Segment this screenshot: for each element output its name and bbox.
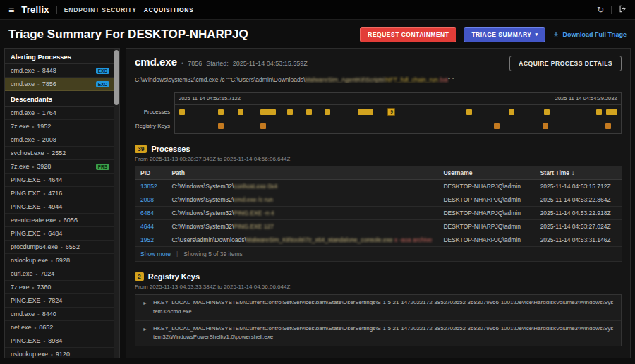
process-pid: 8440 bbox=[42, 310, 56, 317]
alerting-process-item[interactable]: cmd.exe • 8448 EXC bbox=[5, 64, 115, 78]
logout-icon[interactable] bbox=[619, 5, 627, 14]
descendant-process-item[interactable]: cmd.exe • 2008 bbox=[5, 133, 115, 147]
acquire-process-details-button[interactable]: ACQUIRE PROCESS DETAILS bbox=[509, 56, 622, 71]
descendant-process-item[interactable]: cmd.exe • 1764 bbox=[5, 107, 115, 120]
timeline-marker[interactable] bbox=[260, 123, 266, 129]
expand-arrow-icon[interactable]: ► bbox=[143, 298, 147, 317]
process-name: net.exe bbox=[11, 324, 32, 331]
triage-detail-panel: cmd.exe • 7856 Started: 2025-11-14 04:53… bbox=[126, 48, 631, 358]
hamburger-menu-icon[interactable]: ≡ bbox=[8, 4, 14, 16]
process-table-row[interactable]: 4644 C:\Windows\System32\PING.EXE 127 DE… bbox=[135, 220, 622, 233]
sort-desc-icon[interactable]: ↓ bbox=[572, 170, 574, 176]
dot-separator: • bbox=[44, 231, 46, 237]
process-table-row[interactable]: 6484 C:\Windows\System32\PING.EXE -n 4 D… bbox=[135, 207, 622, 220]
triage-summary-dropdown[interactable]: TRIAGE SUMMARY ▾ bbox=[464, 27, 545, 42]
timeline-marker[interactable] bbox=[218, 109, 224, 115]
process-table-row[interactable]: 2008 C:\Windows\System32\cmd.exe /c run … bbox=[135, 193, 622, 207]
descendant-process-item[interactable]: PING.EXE • 4944 bbox=[5, 200, 115, 214]
path-prefix: C:\Windows\System32\ bbox=[171, 183, 234, 190]
timeline-marker[interactable] bbox=[218, 123, 224, 129]
timeline-marker[interactable] bbox=[287, 109, 293, 115]
descendant-process-item[interactable]: PING.EXE • 4644 bbox=[5, 174, 115, 187]
timeline-marker[interactable] bbox=[325, 109, 330, 115]
descendant-process-item[interactable]: PING.EXE • 6484 bbox=[5, 227, 115, 241]
dot-separator: • bbox=[44, 204, 46, 210]
download-label: Download Full Triage bbox=[562, 31, 627, 38]
column-header-path[interactable]: Path bbox=[166, 166, 437, 180]
pid-link[interactable]: 2008 bbox=[140, 196, 154, 203]
process-command-line: C:\Windows\system32\cmd.exe /c ""C:\User… bbox=[135, 76, 622, 83]
started-timestamp: 2025-11-14 04:53:15.559Z bbox=[233, 60, 308, 67]
timeline-marker[interactable] bbox=[509, 109, 514, 115]
timeline-start-time: 2025-11-14 04:53:15.712Z bbox=[179, 95, 241, 102]
expand-arrow-icon[interactable]: ► bbox=[143, 324, 147, 343]
descendant-process-item[interactable]: eventcreate.exe • 6056 bbox=[5, 214, 115, 227]
dot-separator: • bbox=[32, 123, 35, 130]
column-header-pid[interactable]: PID bbox=[135, 166, 166, 180]
timeline-marker[interactable] bbox=[179, 109, 185, 115]
dot-separator: • bbox=[37, 68, 40, 74]
timeline-marker[interactable] bbox=[238, 109, 243, 115]
pid-link[interactable]: 6484 bbox=[140, 210, 154, 217]
show-more-link[interactable]: Show more bbox=[140, 250, 171, 257]
descendant-process-item[interactable]: 7z.exe • 1952 bbox=[5, 120, 115, 133]
dot-separator: • bbox=[37, 311, 40, 317]
timeline-marker[interactable] bbox=[260, 109, 275, 115]
timeline-marker[interactable] bbox=[544, 109, 550, 115]
dot-separator: • bbox=[32, 164, 35, 170]
process-badge: EXC bbox=[96, 68, 109, 74]
registry-key-row[interactable]: ► HKEY_LOCAL_MACHINE\SYSTEM\CurrentContr… bbox=[135, 295, 621, 321]
process-pid: 2552 bbox=[52, 150, 66, 157]
column-header-username[interactable]: Username bbox=[437, 166, 534, 180]
process-pid: 8984 bbox=[48, 337, 62, 344]
timeline-marker[interactable] bbox=[606, 109, 617, 115]
timeline-marker[interactable] bbox=[306, 109, 312, 115]
process-table-row[interactable]: 1952 C:\Users\admin\Downloads\MalwareSim… bbox=[135, 233, 622, 247]
descendant-process-item[interactable]: nslookup.exe • 9120 bbox=[5, 348, 115, 358]
column-header-start-time[interactable]: Start Time↓ bbox=[535, 166, 622, 180]
process-badge: EXC bbox=[96, 81, 109, 87]
pid-link[interactable]: 1952 bbox=[140, 236, 154, 243]
start-time-cell: 2025-11-14 04:53:27.024Z bbox=[535, 220, 622, 233]
pid-link[interactable]: 13852 bbox=[140, 183, 157, 190]
timeline-marker[interactable]: 9 bbox=[387, 108, 395, 116]
timeline-marker[interactable] bbox=[543, 123, 548, 129]
descendant-process-item[interactable]: 7z.exe • 7360 bbox=[5, 281, 115, 294]
timeline-marker[interactable] bbox=[358, 109, 373, 115]
descendant-process-item[interactable]: 7z.exe • 3928 PRS bbox=[5, 160, 115, 174]
dot-separator: • bbox=[44, 298, 46, 304]
process-name: 7z.exe bbox=[11, 163, 30, 170]
timeline-registry-row bbox=[175, 119, 621, 133]
descendant-process-item[interactable]: PING.EXE • 7824 bbox=[5, 294, 115, 308]
dot-separator: • bbox=[51, 257, 53, 264]
pid-link[interactable]: 4644 bbox=[140, 223, 154, 230]
descendant-process-item[interactable]: procdump64.exe • 6552 bbox=[5, 241, 115, 254]
descendant-process-item[interactable]: nslookup.exe • 6928 bbox=[5, 254, 115, 267]
descendant-process-item[interactable]: cmd.exe • 8440 bbox=[5, 308, 115, 321]
process-name: PING.EXE bbox=[11, 203, 41, 210]
alerting-process-item[interactable]: cmd.exe • 7856 EXC bbox=[5, 78, 115, 91]
descendant-process-item[interactable]: PING.EXE • 8984 bbox=[5, 334, 115, 348]
divider bbox=[611, 6, 612, 14]
timeline-marker[interactable] bbox=[494, 123, 500, 129]
request-containment-button[interactable]: REQUEST CONTAINMENT bbox=[360, 27, 456, 42]
descendant-process-item[interactable]: curl.exe • 7024 bbox=[5, 267, 115, 281]
timeline-marker[interactable] bbox=[466, 109, 472, 115]
process-table-row[interactable]: 13852 C:\Windows\System32\conhost.exe 0x… bbox=[135, 180, 622, 193]
descendant-process-item[interactable]: net.exe • 8652 bbox=[5, 321, 115, 334]
nav-tab-acquisitions[interactable]: ACQUISITIONS bbox=[144, 6, 194, 13]
username-cell: DESKTOP-NHARPJQ\admin bbox=[437, 180, 534, 193]
sidebar-scrollbar[interactable] bbox=[114, 49, 119, 358]
download-full-triage-link[interactable]: Download Full Triage bbox=[552, 31, 627, 38]
process-pid: 7360 bbox=[37, 284, 51, 291]
history-refresh-icon[interactable]: ↻ bbox=[597, 6, 604, 14]
timeline-marker[interactable] bbox=[605, 123, 611, 129]
timeline-marker[interactable] bbox=[596, 109, 602, 115]
registry-key-row[interactable]: ► HKEY_LOCAL_MACHINE\SYSTEM\CurrentContr… bbox=[135, 321, 621, 346]
sidebar-scrollbar-thumb[interactable] bbox=[114, 50, 119, 105]
descendant-process-item[interactable]: PING.EXE • 4716 bbox=[5, 187, 115, 200]
descendant-process-item[interactable]: svchost.exe • 2552 bbox=[5, 147, 115, 160]
page-header: Triage Summary For DESKTOP-NHARPJQ REQUE… bbox=[0, 20, 635, 47]
process-name: cmd.exe bbox=[11, 67, 35, 74]
process-pid: 8652 bbox=[39, 324, 53, 331]
